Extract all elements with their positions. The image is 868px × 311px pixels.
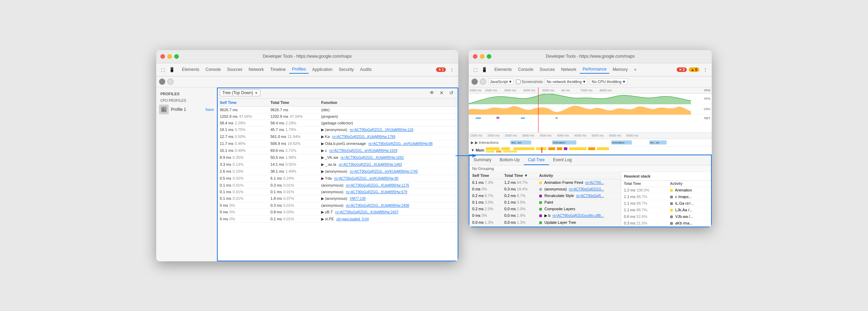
svg-rect-19 bbox=[597, 147, 609, 150]
tab-application[interactable]: Application bbox=[309, 66, 335, 73]
svg-rect-20 bbox=[541, 147, 542, 153]
right-tab-performance[interactable]: Performance bbox=[580, 65, 609, 74]
cell-function: (anonymous) rs=ACT90oGqRZGG...KUlqM95Hw:… bbox=[318, 182, 458, 188]
right-tab-memory[interactable]: Memory bbox=[610, 66, 631, 73]
ruler-4000: 4000 ms bbox=[523, 89, 542, 92]
right-minimize-button[interactable] bbox=[480, 54, 484, 59]
col-function[interactable]: Function bbox=[318, 99, 458, 107]
screenshots-checkbox[interactable] bbox=[516, 80, 520, 84]
left-devtools-window: Developer Tools - https://www.google.com… bbox=[156, 50, 458, 261]
calltree-row: 0.1 ms 7.3% 1.2 ms 64.7% Animation Frame… bbox=[469, 179, 621, 186]
mobile-icon[interactable]: 📱 bbox=[168, 66, 176, 73]
right-traffic-lights bbox=[473, 54, 491, 59]
tab-bottom-up[interactable]: Bottom-Up bbox=[495, 155, 524, 165]
tab-security[interactable]: Security bbox=[336, 66, 357, 73]
tab-sources[interactable]: Sources bbox=[224, 66, 245, 73]
cpu-chart-svg bbox=[469, 104, 691, 115]
screenshots-label: Screenshots bbox=[521, 80, 543, 84]
col-self-time[interactable]: Self Time bbox=[217, 99, 268, 107]
minimize-button[interactable] bbox=[167, 54, 172, 59]
table-area: Tree (Top Down) ▼ 👁 ✕ ↺ Self Time To bbox=[217, 88, 458, 261]
ruler2-5500: 5500 ms bbox=[609, 134, 626, 137]
heaviest-stack-title: Heaviest stack bbox=[621, 172, 711, 181]
eye-icon-button[interactable]: 👁 bbox=[428, 89, 436, 97]
tab-call-tree[interactable]: Call Tree bbox=[524, 155, 549, 165]
hs-col-activity: Activity bbox=[667, 181, 711, 187]
ct-cell-self: 0.1 ms 7.3% bbox=[469, 179, 501, 186]
perf-stop-button[interactable] bbox=[480, 79, 486, 85]
ruler2-3000: 3000 ms bbox=[522, 134, 540, 137]
svg-rect-11 bbox=[501, 147, 510, 150]
cell-self-time: 19.1 ms0.75% bbox=[217, 126, 268, 133]
ct-cell-total: 0.2 ms 8.7% bbox=[501, 192, 536, 199]
tab-audits[interactable]: Audits bbox=[357, 66, 374, 73]
svg-rect-8 bbox=[521, 117, 525, 119]
right-tab-elements[interactable]: Elements bbox=[492, 66, 515, 73]
heaviest-stack-table: Total Time Activity 1.2 ms 100.0% Animat… bbox=[621, 181, 711, 227]
cell-total-time: 0.1 ms0.01% bbox=[268, 215, 318, 222]
net-row-label: NET bbox=[704, 116, 710, 120]
more-menu-icon[interactable]: ⋮ bbox=[448, 66, 456, 73]
perf-record-button[interactable] bbox=[471, 79, 478, 85]
screenshots-checkbox-label[interactable]: Screenshots bbox=[516, 80, 543, 84]
cursor-icon[interactable]: ⬚ bbox=[159, 66, 167, 73]
ruler-6000: 60 ms bbox=[561, 89, 581, 92]
main-thread-row[interactable]: ▼ Main bbox=[469, 147, 712, 154]
right-tab-network[interactable]: Network bbox=[558, 66, 579, 73]
fps-chart-row: FPS bbox=[469, 94, 712, 104]
tab-timeline[interactable]: Timeline bbox=[267, 66, 289, 73]
hs-row: 1.1 ms 88.7% iL.Ga rs=... bbox=[621, 200, 711, 206]
save-button[interactable]: Save bbox=[205, 107, 214, 112]
cpu-throttling-dropdown[interactable]: No CPU throttling ▼ bbox=[590, 79, 627, 85]
cell-self-time: 10.1 ms0.40% bbox=[217, 147, 268, 154]
network-throttling-dropdown[interactable]: No network throttling ▼ bbox=[545, 79, 588, 85]
record-button[interactable] bbox=[159, 79, 165, 85]
ct-cell-self: 0.1 ms 3.0% bbox=[469, 199, 501, 205]
cell-total-time: 1202.9 ms47.04% bbox=[268, 113, 318, 120]
right-cursor-icon[interactable]: ⬚ bbox=[471, 66, 479, 73]
tab-event-log[interactable]: Event Log bbox=[549, 155, 576, 165]
ct-col-activity: Activity bbox=[536, 172, 621, 179]
right-mobile-icon[interactable]: 📱 bbox=[481, 66, 488, 73]
tab-console[interactable]: Console bbox=[203, 66, 224, 73]
ct-col-self: Self Time bbox=[469, 172, 501, 179]
cell-self-time: 0 ms0% bbox=[217, 208, 268, 215]
tab-profiles[interactable]: Profiles bbox=[289, 65, 309, 74]
cell-self-time: 58.4 ms2.29% bbox=[217, 120, 268, 126]
tree-mode-selector[interactable]: Tree (Top Down) ▼ bbox=[220, 89, 260, 96]
right-tab-sources[interactable]: Sources bbox=[537, 66, 558, 73]
js-profiler-dropdown[interactable]: JavaScript ▼ bbox=[488, 79, 514, 85]
hs-row: 0.3 ms 21.5% aKb /ma... bbox=[621, 220, 711, 226]
right-tab-more[interactable]: » bbox=[631, 66, 639, 73]
cell-total-time: 58.4 ms2.29% bbox=[268, 120, 318, 126]
tab-elements[interactable]: Elements bbox=[179, 66, 202, 73]
tab-network[interactable]: Network bbox=[246, 66, 267, 73]
right-tab-console[interactable]: Console bbox=[515, 66, 536, 73]
col-total-time[interactable]: Total Time bbox=[268, 99, 318, 107]
close-button[interactable] bbox=[160, 54, 165, 59]
right-more-menu-icon[interactable]: ⋮ bbox=[701, 66, 709, 73]
calltree-row: 0.1 ms 3.0% 0.1 ms 3.0% Paint bbox=[469, 199, 621, 205]
right-close-button[interactable] bbox=[473, 54, 477, 59]
profile-icon bbox=[159, 105, 169, 114]
refresh-icon-button[interactable]: ↺ bbox=[447, 89, 456, 97]
right-maximize-button[interactable] bbox=[487, 54, 491, 59]
data-table-container[interactable]: Self Time Total Time Function 9626.7 ms … bbox=[217, 99, 458, 261]
profile-item-1[interactable]: Profile 1 Save bbox=[156, 103, 217, 116]
interactions-row[interactable]: ▶ ▶ Interactions Ani...ion Animation Ani… bbox=[469, 139, 712, 147]
cell-function: ▶ _.as.la rs=ACT90oGqRZGG...KUlqM95Hw:14… bbox=[318, 161, 458, 168]
svg-rect-15 bbox=[557, 147, 562, 150]
sidebar: Profiles CPU PROFILES Profile 1 Save bbox=[156, 88, 217, 261]
hs-row: 1.1 ms 88.7% c /maps... bbox=[621, 193, 711, 200]
ruler-5000: 5000 ms bbox=[542, 89, 561, 92]
hs-cell-total: 1.1 ms 88.7% bbox=[621, 193, 667, 200]
calltree-left: Self Time Total Time ▼ Activity 0.1 ms 7… bbox=[469, 172, 621, 227]
timeline-overview[interactable]: 1000 ms 2000 ms 3000 ms 4000 ms 5000 ms … bbox=[469, 88, 712, 133]
stop-button[interactable] bbox=[167, 79, 174, 85]
table-row: 11.7 ms0.46% 506.9 ms19.82% ▶ Oda.b.port… bbox=[217, 140, 458, 147]
traffic-lights bbox=[160, 54, 179, 59]
table-row: 0 ms0% 0.8 ms0.03% ▶ yB.T rs=ACT90oGqRZG… bbox=[217, 208, 458, 215]
maximize-button[interactable] bbox=[174, 54, 179, 59]
clear-icon-button[interactable]: ✕ bbox=[437, 89, 446, 97]
network-throttling-label: No network throttling bbox=[546, 80, 582, 84]
